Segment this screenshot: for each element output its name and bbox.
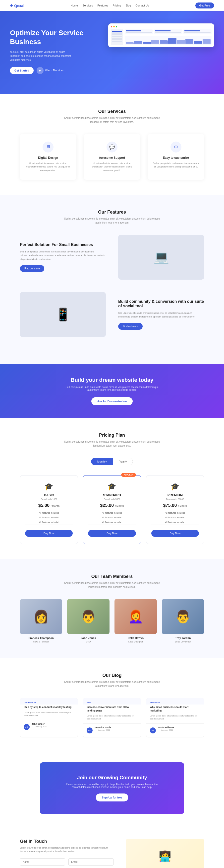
sidebar-item-5 — [112, 41, 122, 42]
bar-chart-item — [151, 40, 159, 43]
service-card-2: ⚙ Easy to customize Sed ut perspiciatis … — [148, 134, 204, 180]
nav-link[interactable]: Features — [97, 4, 108, 7]
nav-link[interactable]: Blog — [125, 4, 131, 7]
person-icon: 👩 — [33, 609, 49, 624]
cta-button[interactable]: Ask for Demonstration — [91, 397, 133, 405]
toggle-monthly[interactable]: Monthly — [91, 458, 113, 465]
plan-buy-button[interactable]: Buy Now — [25, 530, 73, 537]
team-card-2: 👩‍🦰 Della Hawks Lead Designer — [114, 599, 157, 643]
author-avatar: SP — [150, 727, 156, 734]
email-input[interactable] — [69, 858, 113, 866]
plan-feature: All features included — [88, 520, 136, 525]
team-photo-1: 👨 — [67, 599, 110, 634]
form-row-name-email — [20, 858, 113, 866]
plan-buy-button[interactable]: Buy Now — [151, 530, 199, 537]
team-member-role: Lead Designer — [114, 641, 157, 643]
hero-buttons: Get Started ▶ Watch The Video — [10, 67, 98, 74]
bar-chart-item — [194, 41, 202, 43]
author-avatar: BH — [87, 727, 92, 734]
plan-feature: All features included — [88, 515, 136, 520]
plan-icon: 🎓 — [88, 483, 136, 491]
form-name-group — [20, 858, 65, 866]
plan-name: STANDARD — [88, 493, 136, 497]
minimize-dot — [113, 26, 115, 27]
blog-post-title: Why small business should start marketin… — [146, 705, 204, 714]
feature-2-heading: Build community & conversion with our su… — [118, 299, 204, 308]
features-subtitle: Sed ut perspiciatis unde omnis iste natu… — [60, 217, 164, 225]
feature-1-cta[interactable]: Find out more — [20, 265, 44, 272]
service-card-0: 🖥 Digital Design Ut enim ad minim veniam… — [20, 134, 76, 180]
feature-2-image: 📱 — [20, 292, 106, 337]
team-card-3: 👨 Troy Jordan Lead Developer — [162, 599, 204, 643]
blog-card-1: SEO Increase conversion rate from all to… — [83, 698, 141, 737]
pricing-subtitle: Sed ut perspiciatis unde omnis iste natu… — [60, 440, 164, 448]
service-desc-1: Ut enim ad minim veniam quis nostrud exe… — [89, 161, 136, 172]
service-desc-0: Ut enim ad minim veniam quis nostrud exe… — [25, 161, 71, 172]
community-section: Join our Growing Community I'm an assist… — [0, 752, 224, 824]
cta-banner: Build your dream website today Sed persp… — [0, 364, 224, 418]
team-card-0: 👩 Frances Thompson CEO & Founder — [20, 599, 62, 643]
service-icon-1: 💬 — [107, 142, 117, 153]
nav-links: HomeServicesFeaturesPricingBlogContact U… — [71, 4, 149, 7]
team-member-name: Frances Thompson — [20, 637, 62, 640]
blog-author: JS John Singer January 2022 — [20, 720, 78, 734]
community-description: I'm an assistant and would be happy to h… — [65, 783, 159, 788]
author-info: John Singer January 2022 — [32, 723, 50, 731]
person-icon: 👨 — [175, 609, 191, 624]
team-card-1: 👨 John Jones CTO — [67, 599, 110, 643]
team-title: Our Team Members — [20, 574, 204, 579]
hero-description: Nunc eu erat accumsan quam volutpat ut e… — [10, 50, 75, 62]
laptop-icon: 💻 — [154, 250, 169, 265]
author-date: January 2022 — [32, 725, 50, 731]
contact-info: 👩‍💻 📍 Completely New, 4th Street 📞 +1 - … — [126, 839, 204, 868]
pricing-card-standard: POPULAR 🎓 STANDARD Downloads 5000 $25.00… — [83, 475, 141, 544]
plan-name: BASIC — [25, 493, 73, 497]
blog-author: SP Sarah Prideaux January 2022 — [146, 723, 204, 737]
plan-downloads: Downloads 1000 — [25, 498, 73, 500]
author-name: John Singer — [32, 723, 50, 725]
feature-row-1: Perfect Solution For Small Businesses Se… — [20, 235, 204, 280]
plan-buy-button[interactable]: Buy Now — [88, 530, 136, 537]
blog-grid: UI & DESIGN Step by step to conduct usab… — [20, 698, 204, 737]
author-avatar: JS — [24, 724, 30, 730]
plan-downloads: Downloads 5000 — [88, 498, 136, 500]
hero-play-button[interactable]: ▶ Watch The Video — [37, 67, 64, 74]
nav-link[interactable]: Contact Us — [136, 4, 149, 7]
mockup-stats-row — [125, 29, 212, 34]
hero-section: Optimize Your Service Business Nunc eu e… — [0, 11, 224, 94]
hero-cta-button[interactable]: Get Started — [10, 67, 34, 74]
sidebar-item-1 — [112, 31, 122, 32]
toggle-yearly[interactable]: Yearly — [113, 458, 133, 465]
plan-icon: 🎓 — [151, 483, 199, 491]
nav-link[interactable]: Services — [82, 4, 93, 7]
feature-2-text: Build community & conversion with our su… — [118, 299, 204, 330]
features-section: Our Features Sed ut perspiciatis unde om… — [0, 195, 224, 364]
name-input[interactable] — [20, 858, 65, 866]
contact-title: Get in Touch — [20, 839, 113, 844]
mockup-window-controls — [111, 26, 212, 27]
navbar: ◈ Qexal HomeServicesFeaturesPricingBlogC… — [0, 0, 224, 11]
nav-cta-button[interactable]: Get Free — [195, 2, 214, 8]
pricing-cards: 🎓 BASIC Downloads 1000 $5.00 / Month All… — [20, 475, 204, 544]
contact-description: Lorem ipsum dolor sit amet, consectetur … — [20, 846, 113, 853]
pricing-card-basic: 🎓 BASIC Downloads 1000 $5.00 / Month All… — [20, 475, 78, 544]
nav-link[interactable]: Home — [71, 4, 78, 7]
author-info: Berenice Harris January 2022 — [95, 726, 113, 735]
features-title: Our Features — [20, 210, 204, 215]
plan-feature: All features included — [25, 520, 73, 525]
plan-feature: All features included — [151, 520, 199, 525]
bar-chart-item — [126, 42, 134, 43]
author-info: Sarah Prideaux January 2022 — [158, 726, 177, 735]
team-member-name: John Jones — [67, 637, 110, 640]
hero-image — [108, 24, 214, 48]
community-cta[interactable]: Sign Up for free — [96, 794, 128, 802]
sidebar-item-2 — [112, 33, 122, 35]
plan-name: PREMIUM — [151, 493, 199, 497]
feature-2-cta[interactable]: Find out more — [118, 323, 143, 330]
plan-feature: All features included — [151, 510, 199, 515]
team-member-role: CEO & Founder — [20, 641, 62, 643]
plan-feature: All features included — [25, 515, 73, 520]
nav-link[interactable]: Pricing — [113, 4, 121, 7]
sidebar-item-3 — [112, 36, 122, 37]
blog-card-0: UI & DESIGN Step by step to conduct usab… — [20, 698, 78, 737]
